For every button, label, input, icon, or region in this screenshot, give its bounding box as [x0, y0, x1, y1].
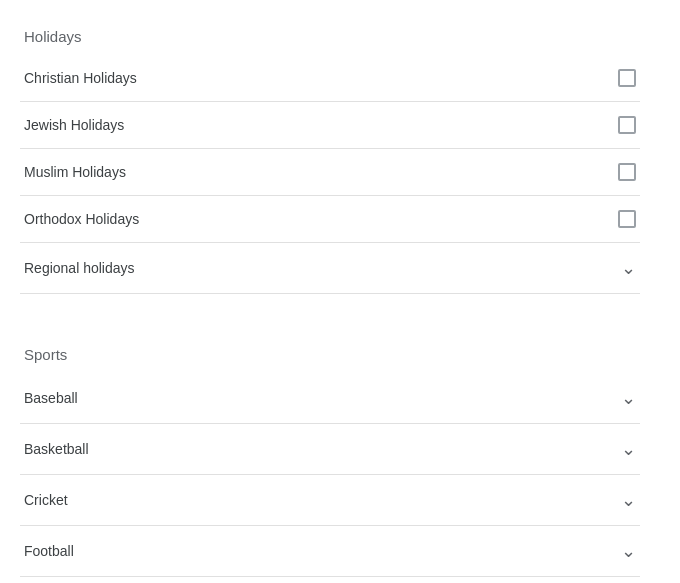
- baseball-label: Baseball: [24, 390, 78, 406]
- baseball-chevron-icon: ⌄: [621, 387, 636, 409]
- settings-container: Holidays Christian Holidays Jewish Holid…: [0, 0, 660, 583]
- christian-holidays-label: Christian Holidays: [24, 70, 137, 86]
- section-gap: [20, 294, 640, 326]
- basketball-chevron-icon: ⌄: [621, 438, 636, 460]
- cricket-chevron-icon: ⌄: [621, 489, 636, 511]
- cricket-label: Cricket: [24, 492, 68, 508]
- jewish-holidays-label: Jewish Holidays: [24, 117, 124, 133]
- christian-holidays-item[interactable]: Christian Holidays: [20, 55, 640, 102]
- basketball-label: Basketball: [24, 441, 89, 457]
- football-item[interactable]: Football ⌄: [20, 526, 640, 577]
- regional-holidays-chevron-icon: ⌄: [621, 257, 636, 279]
- orthodox-holidays-checkbox[interactable]: [618, 210, 636, 228]
- football-label: Football: [24, 543, 74, 559]
- regional-holidays-label: Regional holidays: [24, 260, 135, 276]
- baseball-item[interactable]: Baseball ⌄: [20, 373, 640, 424]
- football-chevron-icon: ⌄: [621, 540, 636, 562]
- basketball-item[interactable]: Basketball ⌄: [20, 424, 640, 475]
- sports-section: Sports Baseball ⌄ Basketball ⌄ Cricket ⌄…: [20, 334, 640, 577]
- orthodox-holidays-label: Orthodox Holidays: [24, 211, 139, 227]
- christian-holidays-checkbox[interactable]: [618, 69, 636, 87]
- jewish-holidays-item[interactable]: Jewish Holidays: [20, 102, 640, 149]
- sports-section-title: Sports: [20, 334, 640, 373]
- muslim-holidays-label: Muslim Holidays: [24, 164, 126, 180]
- muslim-holidays-item[interactable]: Muslim Holidays: [20, 149, 640, 196]
- holidays-section: Holidays Christian Holidays Jewish Holid…: [20, 16, 640, 294]
- cricket-item[interactable]: Cricket ⌄: [20, 475, 640, 526]
- jewish-holidays-checkbox[interactable]: [618, 116, 636, 134]
- muslim-holidays-checkbox[interactable]: [618, 163, 636, 181]
- orthodox-holidays-item[interactable]: Orthodox Holidays: [20, 196, 640, 243]
- holidays-section-title: Holidays: [20, 16, 640, 55]
- regional-holidays-item[interactable]: Regional holidays ⌄: [20, 243, 640, 294]
